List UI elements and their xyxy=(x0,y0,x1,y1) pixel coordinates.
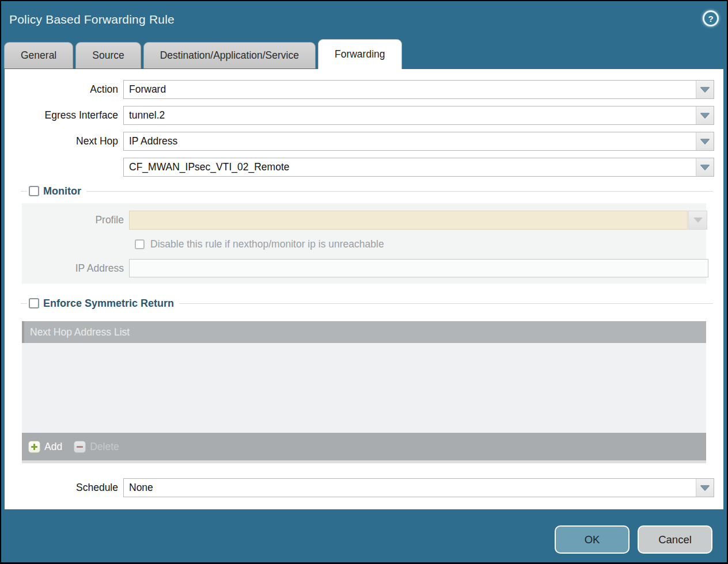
delete-button-label: Delete xyxy=(90,441,119,453)
tab-source[interactable]: Source xyxy=(75,42,141,68)
dialog-titlebar: Policy Based Forwarding Rule ? xyxy=(1,1,727,38)
monitor-checkbox[interactable] xyxy=(29,186,39,196)
monitor-section-legend: Monitor xyxy=(21,184,713,199)
monitor-ip-row: IP Address xyxy=(22,259,706,277)
ok-button[interactable]: OK xyxy=(555,525,630,554)
symmetric-return-legend-label: Enforce Symmetric Return xyxy=(43,298,174,310)
tab-general[interactable]: General xyxy=(4,42,73,68)
egress-interface-value[interactable]: tunnel.2 xyxy=(124,106,696,124)
disable-rule-row: Disable this rule if nexthop/monitor ip … xyxy=(135,238,706,250)
tab-panel-forwarding: Action Forward Egress Interface tunnel.2… xyxy=(5,69,723,509)
chevron-down-icon xyxy=(700,165,710,170)
table-column-header: Next Hop Address List xyxy=(22,321,706,343)
monitor-legend-divider xyxy=(86,191,713,192)
dialog-action-buttons: OK Cancel xyxy=(555,525,712,554)
next-hop-address-dropdown-button[interactable] xyxy=(696,158,714,176)
chevron-down-icon xyxy=(700,485,710,490)
next-hop-address-value[interactable]: CF_MWAN_IPsec_VTI_02_Remote xyxy=(124,158,696,176)
schedule-label: Schedule xyxy=(5,482,123,494)
egress-interface-row: Egress Interface tunnel.2 xyxy=(5,106,723,125)
tab-forwarding[interactable]: Forwarding xyxy=(318,39,402,69)
disable-rule-label: Disable this rule if nexthop/monitor ip … xyxy=(150,238,384,250)
help-icon[interactable]: ? xyxy=(703,10,719,26)
schedule-value[interactable]: None xyxy=(124,479,696,497)
next-hop-type-dropdown-button[interactable] xyxy=(696,132,714,150)
chevron-down-icon xyxy=(700,113,710,118)
delete-button-disabled: Delete xyxy=(74,441,119,453)
table-bottom-strip xyxy=(22,460,706,463)
action-value[interactable]: Forward xyxy=(124,81,696,98)
symmetric-return-legend-divider xyxy=(179,303,713,304)
next-hop-row: Next Hop IP Address xyxy=(5,132,723,151)
dialog-title: Policy Based Forwarding Rule xyxy=(9,13,175,26)
action-dropdown[interactable]: Forward xyxy=(123,80,714,99)
egress-interface-label: Egress Interface xyxy=(5,109,123,121)
minus-icon xyxy=(74,441,86,453)
egress-interface-dropdown-button[interactable] xyxy=(696,106,714,124)
monitor-ip-label: IP Address xyxy=(22,262,129,275)
next-hop-type-dropdown[interactable]: IP Address xyxy=(123,132,714,151)
symmetric-return-legend: Enforce Symmetric Return xyxy=(21,296,713,311)
chevron-down-icon xyxy=(693,218,703,223)
monitor-panel: Profile Disable this rule if nexthop/mon… xyxy=(22,203,706,284)
next-hop-label: Next Hop xyxy=(5,135,123,147)
action-dropdown-button[interactable] xyxy=(696,81,714,98)
next-hop-address-dropdown[interactable]: CF_MWAN_IPsec_VTI_02_Remote xyxy=(123,158,714,177)
schedule-row: Schedule None xyxy=(5,478,723,497)
add-button-label: Add xyxy=(44,441,62,453)
monitor-ip-input-disabled xyxy=(129,259,708,277)
profile-value xyxy=(129,211,688,230)
table-body-empty xyxy=(22,343,706,433)
disable-rule-checkbox-disabled xyxy=(135,239,145,249)
tab-strip: General Source Destination/Application/S… xyxy=(1,38,727,69)
next-hop-address-table: Next Hop Address List Add Delete xyxy=(22,321,706,463)
profile-dropdown-button-disabled xyxy=(688,211,707,230)
cancel-button[interactable]: Cancel xyxy=(638,525,712,554)
next-hop-address-row: CF_MWAN_IPsec_VTI_02_Remote xyxy=(5,158,723,177)
monitor-legend-label: Monitor xyxy=(43,185,81,197)
schedule-dropdown[interactable]: None xyxy=(123,478,714,497)
profile-dropdown-disabled xyxy=(129,211,707,230)
action-row: Action Forward xyxy=(5,80,723,99)
enforce-symmetric-return-checkbox[interactable] xyxy=(29,298,39,308)
pbf-rule-dialog: Policy Based Forwarding Rule ? General S… xyxy=(1,1,727,562)
profile-label: Profile xyxy=(22,214,129,226)
schedule-dropdown-button[interactable] xyxy=(696,479,714,497)
egress-interface-dropdown[interactable]: tunnel.2 xyxy=(123,106,714,125)
action-label: Action xyxy=(5,83,123,96)
plus-icon xyxy=(28,441,40,453)
table-footer: Add Delete xyxy=(22,433,706,460)
tab-destination-application-service[interactable]: Destination/Application/Service xyxy=(143,42,316,68)
chevron-down-icon xyxy=(700,139,710,144)
next-hop-type-value[interactable]: IP Address xyxy=(124,132,696,150)
profile-row: Profile xyxy=(22,211,706,230)
add-button[interactable]: Add xyxy=(28,441,62,453)
chevron-down-icon xyxy=(700,87,710,92)
